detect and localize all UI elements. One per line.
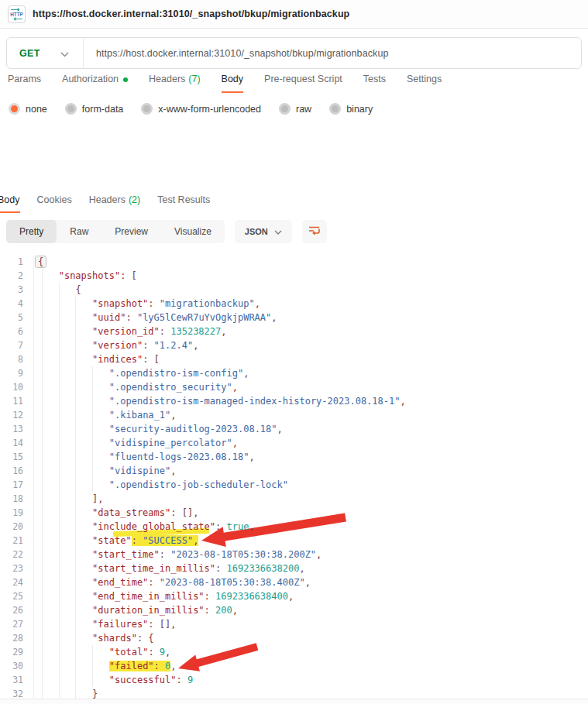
token: "vidispine"	[109, 465, 170, 476]
chevron-down-icon	[274, 227, 282, 236]
request-tab-authorization[interactable]: Authorization	[62, 74, 128, 93]
line-content: "failures": [],	[34, 617, 176, 631]
request-tab-pre-request-script[interactable]: Pre-request Script	[264, 74, 342, 93]
url-input[interactable]: https://host.docker.internal:31010/_snap…	[84, 48, 389, 59]
method-label: GET	[19, 48, 40, 59]
token: {	[36, 256, 46, 267]
url-bar: GET https://host.docker.internal:31010/_…	[6, 37, 582, 69]
method-selector[interactable]: GET	[7, 46, 83, 60]
format-dropdown[interactable]: JSON	[235, 220, 292, 243]
line-number: 19	[0, 506, 34, 520]
line-content: ],	[34, 492, 104, 506]
tab-label: Body	[0, 194, 20, 205]
token: ,	[221, 326, 226, 337]
response-body-json[interactable]: 1{2"snapshots": [3{4"snapshot": "migrati…	[0, 251, 588, 701]
tab-label: Authorization	[62, 74, 119, 84]
token: : [],	[170, 507, 198, 518]
token: ,	[299, 563, 304, 574]
body-mode-binary[interactable]: binary	[329, 103, 373, 115]
token: ],	[92, 493, 103, 504]
token: 9	[160, 647, 165, 658]
response-tab-headers[interactable]: Headers(2)	[89, 194, 141, 213]
token: :	[177, 675, 187, 685]
line-content: {	[34, 255, 46, 269]
line-content: "fluentd-logs-2023.08.18",	[34, 450, 255, 464]
tab-label: Tests	[363, 74, 386, 84]
body-mode-x-www-form-urlencoded[interactable]: x-www-form-urlencoded	[141, 103, 261, 115]
token: 135238227	[170, 326, 221, 337]
view-raw[interactable]: Raw	[57, 220, 101, 243]
line-content: "vidispine_percolator",	[34, 436, 238, 450]
request-tab-headers[interactable]: Headers(7)	[149, 74, 201, 93]
token: :	[154, 661, 165, 671]
token: "2023-08-18T05:30:38.200Z"	[170, 549, 316, 560]
token: 1692336638200	[227, 563, 300, 574]
horizontal-scrollbar[interactable]	[0, 699, 588, 704]
response-tab-cookies[interactable]: Cookies	[37, 194, 72, 213]
code-line: 1{	[0, 255, 588, 269]
line-number: 30	[0, 659, 34, 673]
view-preview[interactable]: Preview	[101, 220, 161, 243]
token: ,	[243, 368, 249, 379]
token: ,	[170, 410, 176, 421]
line-content: "end_time_in_millis": 1692336638400,	[34, 589, 294, 603]
code-line: 8"indices": [	[0, 352, 588, 366]
request-tab-settings[interactable]: Settings	[407, 74, 442, 93]
radio-icon	[9, 103, 20, 115]
line-number: 11	[0, 394, 34, 408]
line-content: "shards": {	[34, 631, 154, 645]
line-number: 13	[0, 422, 34, 436]
tab-label: Body	[222, 74, 244, 84]
line-content: "indices": [	[34, 352, 160, 366]
token: "SUCCESS"	[143, 535, 193, 546]
view-visualize[interactable]: Visualize	[161, 220, 225, 243]
token: ,	[165, 647, 170, 658]
token: "2023-08-18T05:30:38.400Z"	[160, 577, 305, 588]
token: :	[215, 521, 226, 532]
line-number: 10	[0, 380, 34, 394]
tab-label: Params	[8, 74, 41, 84]
code-line: 27"failures": [],	[0, 617, 588, 631]
request-tab-tests[interactable]: Tests	[363, 74, 386, 93]
token: "total"	[109, 647, 149, 658]
mode-label: x-www-form-urlencoded	[158, 104, 261, 115]
line-number: 8	[0, 352, 34, 366]
line-number: 14	[0, 436, 34, 450]
token: "indices"	[92, 354, 143, 365]
response-tab-test-results[interactable]: Test Results	[157, 194, 210, 213]
response-tabs: BodyCookiesHeaders(2)Test Results	[0, 194, 588, 213]
token: "shards"	[92, 633, 137, 644]
tab-label: Settings	[407, 74, 442, 84]
token: ,	[316, 549, 322, 560]
beautify-icon	[308, 224, 321, 240]
body-mode-raw[interactable]: raw	[279, 103, 311, 115]
mode-label: none	[26, 104, 47, 115]
beautify-button[interactable]	[302, 220, 327, 243]
token: :	[126, 312, 136, 323]
line-number: 21	[0, 534, 34, 548]
request-tab-params[interactable]: Params	[8, 74, 41, 93]
token: "version_id"	[92, 326, 160, 337]
code-line: 17".opendistro-job-scheduler-lock"	[0, 478, 588, 492]
token: {	[75, 284, 81, 295]
line-content: "successful": 9	[34, 673, 193, 687]
token: ,	[170, 661, 176, 671]
mode-label: form-data	[82, 104, 124, 115]
line-number: 12	[0, 408, 34, 422]
token: :	[205, 605, 215, 616]
token: "start_time_in_millis"	[92, 563, 215, 574]
code-line: 28"shards": {	[0, 631, 588, 645]
body-mode-form-data[interactable]: form-data	[65, 103, 124, 115]
view-pretty[interactable]: Pretty	[6, 220, 57, 243]
token: ,	[288, 591, 294, 602]
response-tab-body[interactable]: Body	[0, 194, 20, 213]
request-tab-body[interactable]: Body	[222, 74, 244, 93]
line-number: 18	[0, 492, 34, 506]
line-number: 16	[0, 464, 34, 478]
line-number: 20	[0, 520, 34, 534]
token: ,	[232, 382, 238, 393]
code-line: 23"start_time_in_millis": 1692336638200,	[0, 561, 588, 575]
line-number: 2	[0, 269, 34, 283]
token: ,	[271, 312, 277, 323]
body-mode-none[interactable]: none	[9, 103, 47, 115]
